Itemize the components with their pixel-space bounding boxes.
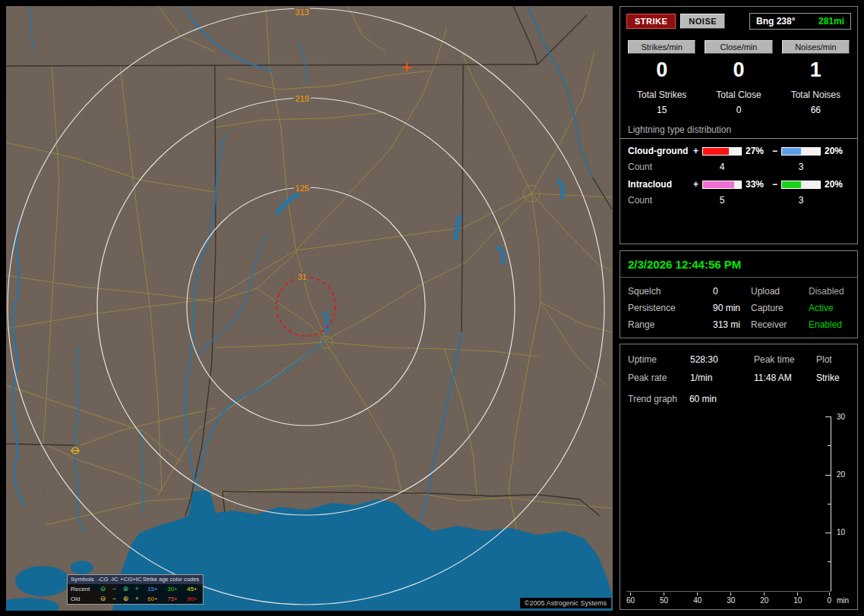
- peak-time-value: 11:48 AM: [754, 372, 816, 383]
- distribution-divider: [620, 138, 857, 139]
- intracloud-count-row: Count 5 3: [628, 195, 850, 206]
- legend-col-pos-ic: +IC: [131, 577, 143, 583]
- total-close-label: Total Close: [705, 90, 772, 100]
- squelch-value: 0: [713, 286, 751, 297]
- ring-label-31: 31: [298, 272, 307, 281]
- x-axis-unit: min: [837, 596, 849, 605]
- cloud-ground-label: Cloud-ground: [628, 146, 693, 156]
- total-strikes-value: 15: [628, 105, 695, 115]
- x-tick-60: 60: [626, 596, 635, 605]
- strike-map: 313 219 125 31 Symbols -CG -IC +CG +IC S…: [6, 6, 613, 611]
- strikes-per-min-label: Strikes/min: [628, 40, 695, 54]
- trend-graph-label: Trend graph: [628, 394, 677, 404]
- plus-sign: +: [693, 146, 702, 156]
- map-svg: 313 219 125 31: [6, 6, 613, 611]
- legend-col-neg-cg: -CG: [97, 577, 109, 583]
- capture-label: Capture: [751, 303, 809, 313]
- total-close-value: 0: [705, 105, 772, 115]
- x-tick-50: 50: [660, 596, 668, 605]
- upload-label: Upload: [751, 286, 809, 297]
- trend-graph-window: 60 min: [689, 394, 717, 404]
- ic-plus-count: 5: [702, 195, 742, 206]
- legend-age-header: Strike age color codes: [143, 577, 202, 583]
- bearing-value: Bng 238°: [756, 16, 795, 27]
- plot-value: Strike: [816, 372, 850, 383]
- x-tick-row: 60 50 40 30 20 10 0: [626, 592, 831, 605]
- legend-row-old: Old ⊖ − ⊕ + 60+ 75+ 90+: [68, 594, 203, 604]
- x-tick-20: 20: [760, 596, 768, 605]
- pos-cg-old-icon: ⊕: [120, 596, 131, 602]
- ic-plus-pct: 33%: [742, 179, 772, 190]
- uptime-status-grid: Uptime 528:30 Peak time Plot Peak rate 1…: [620, 344, 857, 383]
- neg-cg-recent-icon: ⊖: [97, 586, 109, 592]
- noises-per-min-value: 1: [782, 58, 850, 82]
- legend-col-neg-ic: -IC: [109, 577, 120, 583]
- bearing-range-value: 281mi: [818, 16, 844, 27]
- nexstorm-app: { "map": { "ring_labels": ["313", "219",…: [0, 0, 864, 616]
- ring-label-219: 219: [295, 94, 309, 103]
- receiver-panel: 2/3/2026 12:44:56 PM Squelch 0 Upload Di…: [620, 250, 858, 338]
- receiver-status: Enabled: [809, 319, 850, 330]
- intracloud-row: Intracloud + 33% − 20%: [628, 179, 850, 190]
- noises-per-min-label: Noises/min: [782, 40, 850, 54]
- peak-rate-value: 1/min: [690, 372, 754, 383]
- total-noises-label: Total Noises: [782, 90, 850, 100]
- pos-ic-recent-icon: +: [131, 586, 143, 592]
- x-tick-40: 40: [693, 596, 702, 605]
- cg-count-label: Count: [628, 162, 693, 172]
- age-code-45: 45+: [182, 586, 202, 592]
- x-tick-30: 30: [727, 596, 735, 605]
- trend-graph-header: Trend graph 60 min: [620, 383, 857, 404]
- close-per-min-counter: Close/min 0 Total Close 0: [705, 40, 772, 115]
- ring-label-313: 313: [295, 8, 309, 17]
- y-tick-20: 20: [837, 470, 845, 479]
- persistence-value: 90 min: [713, 303, 751, 313]
- y-axis: [831, 416, 831, 592]
- cg-plus-bar: [702, 147, 742, 156]
- legend-row-recent: Recent ⊖ − ⊕ + 15+ 30+ 45+: [68, 584, 203, 594]
- minus-sign: −: [772, 146, 781, 156]
- legend-col-pos-cg: +CG: [120, 577, 131, 583]
- pos-ic-old-icon: +: [131, 596, 143, 602]
- ic-plus-bar: [702, 181, 742, 189]
- cg-plus-pct: 27%: [742, 146, 772, 156]
- cloud-ground-row: Cloud-ground + 27% − 20%: [628, 146, 850, 156]
- bearing-display: Bng 238° 281mi: [749, 13, 851, 30]
- ring-label-125: 125: [295, 184, 309, 193]
- datetime-display: 2/3/2026 12:44:56 PM: [620, 251, 857, 277]
- strike-toggle-button[interactable]: STRIKE: [626, 14, 676, 29]
- age-code-90: 90+: [182, 596, 202, 602]
- intracloud-label: Intracloud: [628, 179, 693, 190]
- cg-plus-count: 4: [702, 162, 742, 172]
- symbol-legend: Symbols -CG -IC +CG +IC Strike age color…: [67, 574, 203, 605]
- strikes-per-min-value: 0: [628, 58, 695, 82]
- x-tick-0: 0: [827, 596, 831, 605]
- range-label: Range: [628, 319, 713, 330]
- y-tick-10: 10: [837, 528, 845, 536]
- upload-status: Disabled: [809, 286, 850, 297]
- cloud-ground-count-row: Count 4 3: [628, 162, 850, 172]
- receiver-settings: Squelch 0 Upload Disabled Persistence 90…: [620, 278, 857, 338]
- age-code-15: 15+: [143, 586, 162, 592]
- uptime-label: Uptime: [628, 354, 690, 365]
- close-per-min-value: 0: [705, 58, 772, 82]
- trend-panel: Uptime 528:30 Peak time Plot Peak rate 1…: [620, 344, 858, 610]
- squelch-label: Squelch: [628, 286, 713, 297]
- noise-toggle-button[interactable]: NOISE: [680, 14, 725, 29]
- plot-toggle-row: STRIKE NOISE Bng 238° 281mi: [620, 7, 857, 33]
- age-code-75: 75+: [162, 596, 182, 602]
- noises-per-min-counter: Noises/min 1 Total Noises 66: [782, 40, 850, 115]
- legend-old-label: Old: [69, 596, 97, 602]
- age-code-30: 30+: [162, 586, 182, 592]
- x-tick-10: 10: [793, 596, 802, 605]
- lightning-distribution: Lightning type distribution Cloud-ground…: [620, 115, 857, 206]
- plus-sign: +: [693, 179, 702, 190]
- plot-label: Plot: [816, 354, 850, 365]
- y-tick-30: 30: [837, 413, 845, 421]
- ic-minus-count: 3: [781, 195, 821, 206]
- x-axis: [626, 591, 831, 592]
- trend-graph: 30 20 10 60 50 40 30 20 10 0 min: [626, 416, 851, 603]
- minus-sign: −: [772, 179, 781, 190]
- uptime-value: 528:30: [690, 354, 754, 365]
- stats-panel: STRIKE NOISE Bng 238° 281mi Strikes/min …: [620, 6, 858, 244]
